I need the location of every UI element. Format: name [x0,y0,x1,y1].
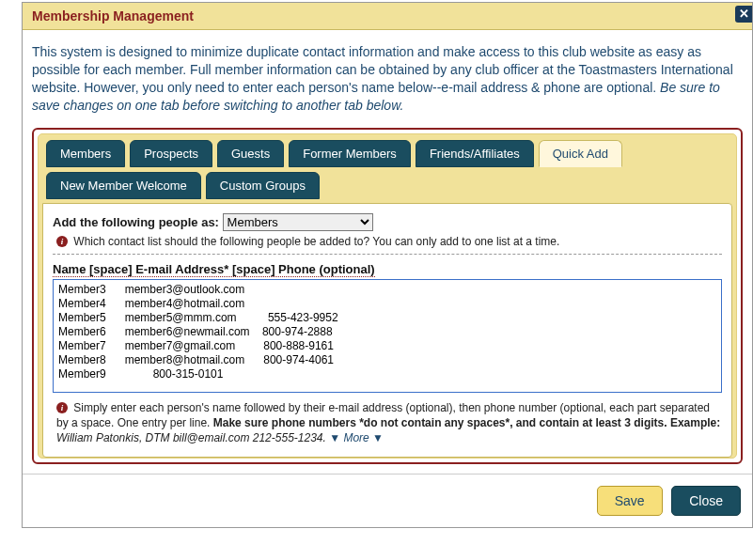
modal-title: Membership Management [32,8,194,23]
tab-new-member-welcome[interactable]: New Member Welcome [46,172,201,199]
help-bold: Make sure phone numbers *do not contain … [213,416,720,429]
tab-former-members[interactable]: Former Members [289,140,411,167]
close-icon[interactable]: ✕ [735,6,752,23]
tabset: Members Prospects Guests Former Members … [32,128,743,465]
membership-modal: Membership Management ✕ This system is d… [22,2,753,528]
add-as-select[interactable]: Members [223,213,373,231]
separator [53,254,722,255]
tab-prospects[interactable]: Prospects [130,140,212,167]
tabs-row-1: Members Prospects Guests Former Members … [42,140,732,167]
tabset-inner: Members Prospects Guests Former Members … [38,133,737,459]
intro-main: This system is designed to minimize dupl… [32,44,733,95]
add-as-help-text: Which contact list should the following … [73,235,559,248]
save-button[interactable]: Save [597,486,663,516]
info-icon: i [56,236,68,247]
entry-help: i Simply enter each person's name follow… [53,400,722,446]
tabs-row-2: New Member Welcome Custom Groups [42,172,732,199]
textarea-label: Name [space] E-mail Address* [space] Pho… [53,262,375,277]
title-bar: Membership Management ✕ [23,3,752,30]
textarea-wrap [53,279,722,393]
add-as-line: Add the following people as: Members [53,213,722,231]
intro-text: This system is designed to minimize dupl… [32,43,743,115]
members-textarea[interactable] [55,281,720,388]
info-icon: i [56,402,68,413]
tab-content-quick-add: Add the following people as: Members i W… [42,203,732,459]
tab-guests[interactable]: Guests [217,140,284,167]
modal-body: This system is designed to minimize dupl… [23,30,752,474]
add-as-help: i Which contact list should the followin… [53,235,722,248]
tab-members[interactable]: Members [46,140,125,167]
tab-quick-add[interactable]: Quick Add [539,140,622,167]
more-link[interactable]: ▼ More ▼ [326,431,384,444]
button-bar: Save Close [23,474,752,527]
add-as-label: Add the following people as: [53,215,219,229]
help-example: William Patonkis, DTM bill@email.com 212… [56,431,326,444]
close-button[interactable]: Close [671,486,741,516]
tab-custom-groups[interactable]: Custom Groups [206,172,320,199]
tab-friends-affiliates[interactable]: Friends/Affiliates [416,140,534,167]
